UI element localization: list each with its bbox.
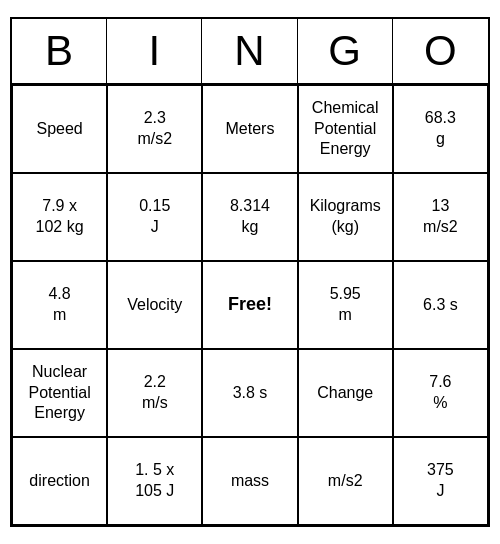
bingo-cell-4: 68.3g <box>393 85 488 173</box>
bingo-cell-9: 13m/s2 <box>393 173 488 261</box>
bingo-cell-11: Velocity <box>107 261 202 349</box>
bingo-cell-6: 0.15J <box>107 173 202 261</box>
header-letter-b: B <box>12 19 107 83</box>
header-letter-i: I <box>107 19 202 83</box>
bingo-cell-17: 3.8 s <box>202 349 297 437</box>
bingo-cell-7: 8.314kg <box>202 173 297 261</box>
bingo-cell-22: mass <box>202 437 297 525</box>
bingo-cell-24: 375J <box>393 437 488 525</box>
bingo-cell-16: 2.2m/s <box>107 349 202 437</box>
header-letter-n: N <box>202 19 297 83</box>
bingo-cell-14: 6.3 s <box>393 261 488 349</box>
bingo-cell-8: Kilograms(kg) <box>298 173 393 261</box>
bingo-cell-1: 2.3m/s2 <box>107 85 202 173</box>
bingo-cell-0: Speed <box>12 85 107 173</box>
bingo-cell-5: 7.9 x102 kg <box>12 173 107 261</box>
bingo-cell-20: direction <box>12 437 107 525</box>
header-letter-g: G <box>298 19 393 83</box>
bingo-cell-13: 5.95m <box>298 261 393 349</box>
bingo-grid: Speed2.3m/s2MetersChemicalPotentialEnerg… <box>12 85 488 525</box>
header-letter-o: O <box>393 19 488 83</box>
bingo-cell-15: NuclearPotentialEnergy <box>12 349 107 437</box>
bingo-header: BINGO <box>12 19 488 85</box>
bingo-cell-12: Free! <box>202 261 297 349</box>
bingo-cell-18: Change <box>298 349 393 437</box>
bingo-cell-21: 1. 5 x105 J <box>107 437 202 525</box>
bingo-cell-2: Meters <box>202 85 297 173</box>
bingo-card: BINGO Speed2.3m/s2MetersChemicalPotentia… <box>10 17 490 527</box>
bingo-cell-19: 7.6% <box>393 349 488 437</box>
bingo-cell-23: m/s2 <box>298 437 393 525</box>
bingo-cell-10: 4.8m <box>12 261 107 349</box>
bingo-cell-3: ChemicalPotentialEnergy <box>298 85 393 173</box>
